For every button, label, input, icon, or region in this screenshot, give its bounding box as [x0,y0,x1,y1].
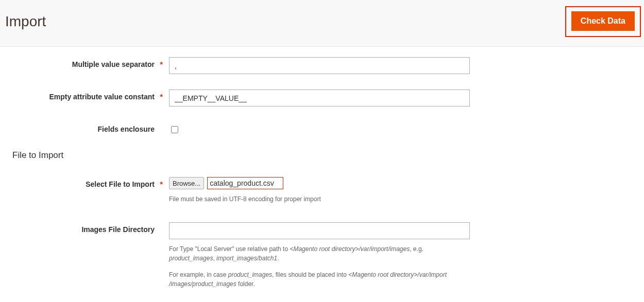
hint-em: /images/product_images [169,280,236,288]
hint-em: import_images/batch1 [216,255,277,262]
required-asterisk: * [160,60,163,68]
selected-filename: catalog_product.csv [207,177,283,189]
form-content: Multiple value separator * Empty attribu… [0,47,644,302]
hint-text: , files should be placed into [272,271,348,278]
label-text: Fields enclosure [98,125,155,133]
row-empty-attribute-value-constant: Empty attribute value constant * [14,90,639,106]
input-empty-attribute-value-constant[interactable] [169,90,470,106]
hint-text: . [277,255,279,262]
label-text: Multiple value separator [72,60,155,68]
label-multiple-value-separator: Multiple value separator * [14,57,169,68]
row-fields-enclosure: Fields enclosure [14,122,639,135]
input-multiple-value-separator[interactable] [169,57,470,74]
hint-text: folder. [236,280,255,288]
row-images-file-directory: Images File Directory For Type "Local Se… [14,222,639,289]
label-fields-enclosure: Fields enclosure [14,122,169,133]
label-text: Images File Directory [81,225,155,234]
hint-em: <Magento root directory>/var/import [348,271,447,278]
row-multiple-value-separator: Multiple value separator * [14,57,639,74]
checkbox-fields-enclosure[interactable] [171,126,178,133]
hint-images-dir-1: For Type "Local Server" use relative pat… [169,244,470,263]
page-title: Import [5,13,46,30]
check-data-button[interactable]: Check Data [571,11,635,31]
page-header: Import Check Data [0,0,644,47]
hint-text: For Type "Local Server" use relative pat… [169,245,290,253]
hint-em: product_images [228,271,272,278]
hint-em: product_images [169,255,213,262]
row-select-file: Select File to Import * Browse... catalo… [14,177,639,204]
label-text: Select File to Import [86,180,155,188]
hint-text: For example, in case [169,271,228,278]
required-asterisk: * [160,180,163,188]
section-title-file-to-import: File to Import [12,150,639,161]
label-text: Empty attribute value constant [49,93,155,101]
browse-button[interactable]: Browse... [169,177,204,189]
hint-em: <Magento root directory>/var/import/imag… [290,245,410,253]
hint-text: , e.g. [410,245,423,253]
input-images-file-directory[interactable] [169,222,470,239]
label-empty-attribute-value-constant: Empty attribute value constant * [14,90,169,101]
label-images-file-directory: Images File Directory [14,222,169,234]
hint-select-file: File must be saved in UTF-8 encoding for… [169,194,321,204]
hint-images-dir-2: For example, in case product_images, fil… [169,270,470,289]
required-asterisk: * [160,93,163,101]
check-data-highlight: Check Data [565,6,641,37]
label-select-file: Select File to Import * [14,177,169,188]
